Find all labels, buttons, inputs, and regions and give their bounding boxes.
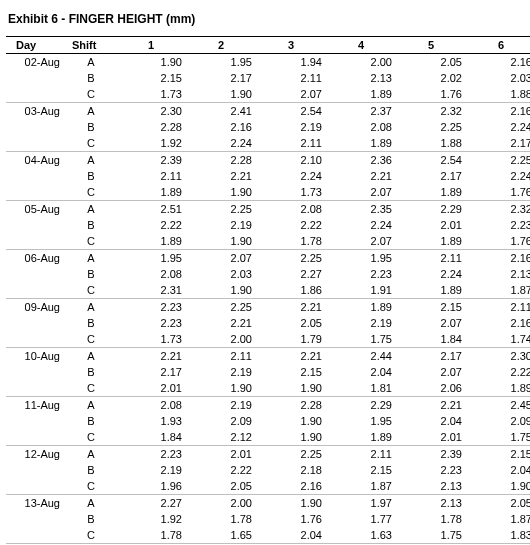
cell-value: 2.17 bbox=[396, 348, 466, 365]
table-row: C2.311.901.861.911.891.87 bbox=[6, 282, 530, 299]
cell-value: 1.91 bbox=[326, 282, 396, 299]
cell-value: 2.12 bbox=[186, 429, 256, 446]
cell-day: 03-Aug bbox=[6, 103, 66, 120]
cell-day bbox=[6, 119, 66, 135]
cell-value: 1.95 bbox=[326, 250, 396, 267]
cell-value: 2.24 bbox=[326, 217, 396, 233]
cell-value: 2.23 bbox=[116, 299, 186, 316]
cell-value: 2.13 bbox=[466, 266, 530, 282]
cell-value: 2.19 bbox=[326, 315, 396, 331]
table-row: B2.112.212.242.212.172.24 bbox=[6, 168, 530, 184]
cell-value: 1.90 bbox=[186, 380, 256, 397]
cell-value: 2.28 bbox=[116, 119, 186, 135]
cell-value: 2.36 bbox=[326, 152, 396, 169]
cell-value: 2.10 bbox=[256, 152, 326, 169]
cell-value: 1.65 bbox=[186, 527, 256, 544]
table-row: C2.011.901.901.812.061.89 bbox=[6, 380, 530, 397]
cell-value: 2.30 bbox=[466, 348, 530, 365]
cell-value: 2.21 bbox=[116, 348, 186, 365]
cell-day bbox=[6, 527, 66, 544]
cell-value: 1.76 bbox=[396, 86, 466, 103]
cell-value: 2.44 bbox=[326, 348, 396, 365]
cell-day: 04-Aug bbox=[6, 152, 66, 169]
cell-shift: A bbox=[66, 152, 116, 169]
cell-value: 1.89 bbox=[326, 429, 396, 446]
cell-value: 2.19 bbox=[256, 119, 326, 135]
cell-value: 2.02 bbox=[396, 70, 466, 86]
cell-value: 2.21 bbox=[396, 397, 466, 414]
cell-shift: B bbox=[66, 217, 116, 233]
cell-day bbox=[6, 266, 66, 282]
cell-shift: C bbox=[66, 527, 116, 544]
cell-value: 2.39 bbox=[396, 446, 466, 463]
cell-day bbox=[6, 511, 66, 527]
cell-value: 2.25 bbox=[396, 119, 466, 135]
cell-value: 2.21 bbox=[256, 299, 326, 316]
cell-shift: A bbox=[66, 54, 116, 71]
cell-value: 1.87 bbox=[466, 511, 530, 527]
cell-shift: A bbox=[66, 250, 116, 267]
table-row: 02-AugA1.901.951.942.002.052.16 bbox=[6, 54, 530, 71]
cell-value: 2.09 bbox=[186, 413, 256, 429]
cell-shift: C bbox=[66, 331, 116, 348]
table-row: B2.152.172.112.132.022.03 bbox=[6, 70, 530, 86]
cell-value: 1.75 bbox=[396, 527, 466, 544]
cell-value: 1.81 bbox=[326, 380, 396, 397]
cell-value: 2.19 bbox=[186, 397, 256, 414]
cell-day bbox=[6, 380, 66, 397]
cell-value: 1.90 bbox=[256, 413, 326, 429]
cell-shift: C bbox=[66, 282, 116, 299]
cell-value: 2.08 bbox=[116, 266, 186, 282]
header-shift: Shift bbox=[66, 37, 116, 54]
cell-value: 2.08 bbox=[326, 119, 396, 135]
table-row: C1.731.902.071.891.761.88 bbox=[6, 86, 530, 103]
cell-value: 2.05 bbox=[396, 54, 466, 71]
cell-day bbox=[6, 429, 66, 446]
cell-value: 1.90 bbox=[256, 495, 326, 512]
cell-value: 2.15 bbox=[326, 462, 396, 478]
cell-value: 2.32 bbox=[396, 103, 466, 120]
cell-value: 1.94 bbox=[256, 54, 326, 71]
cell-value: 2.01 bbox=[396, 429, 466, 446]
cell-value: 2.17 bbox=[396, 168, 466, 184]
cell-value: 2.22 bbox=[186, 462, 256, 478]
cell-value: 1.88 bbox=[396, 135, 466, 152]
cell-value: 2.07 bbox=[256, 86, 326, 103]
table-row: 04-AugA2.392.282.102.362.542.25 bbox=[6, 152, 530, 169]
cell-value: 1.83 bbox=[466, 527, 530, 544]
header-col-1: 1 bbox=[116, 37, 186, 54]
cell-value: 1.90 bbox=[186, 233, 256, 250]
cell-value: 2.54 bbox=[396, 152, 466, 169]
cell-shift: C bbox=[66, 233, 116, 250]
table-row: 11-AugA2.082.192.282.292.212.45 bbox=[6, 397, 530, 414]
cell-value: 1.90 bbox=[186, 86, 256, 103]
header-col-4: 4 bbox=[326, 37, 396, 54]
cell-value: 2.11 bbox=[186, 348, 256, 365]
cell-value: 1.89 bbox=[116, 184, 186, 201]
cell-day: 11-Aug bbox=[6, 397, 66, 414]
cell-value: 1.90 bbox=[256, 380, 326, 397]
cell-value: 2.24 bbox=[256, 168, 326, 184]
cell-value: 1.95 bbox=[116, 250, 186, 267]
cell-value: 1.89 bbox=[326, 86, 396, 103]
cell-value: 2.24 bbox=[186, 135, 256, 152]
cell-value: 1.90 bbox=[256, 429, 326, 446]
cell-shift: A bbox=[66, 348, 116, 365]
table-row: 12-AugA2.232.012.252.112.392.15 bbox=[6, 446, 530, 463]
table-row: B1.921.781.761.771.781.87 bbox=[6, 511, 530, 527]
table-row: B2.222.192.222.242.012.23 bbox=[6, 217, 530, 233]
cell-value: 1.89 bbox=[396, 282, 466, 299]
cell-value: 1.78 bbox=[116, 527, 186, 544]
header-col-3: 3 bbox=[256, 37, 326, 54]
cell-value: 2.54 bbox=[256, 103, 326, 120]
cell-value: 2.25 bbox=[186, 201, 256, 218]
cell-day: 02-Aug bbox=[6, 54, 66, 71]
cell-value: 2.07 bbox=[396, 315, 466, 331]
cell-value: 2.30 bbox=[116, 103, 186, 120]
cell-shift: B bbox=[66, 168, 116, 184]
table-row: C1.842.121.901.892.011.75 bbox=[6, 429, 530, 446]
cell-value: 2.00 bbox=[186, 331, 256, 348]
cell-value: 1.77 bbox=[326, 511, 396, 527]
cell-shift: B bbox=[66, 315, 116, 331]
table-row: 06-AugA1.952.072.251.952.112.16 bbox=[6, 250, 530, 267]
